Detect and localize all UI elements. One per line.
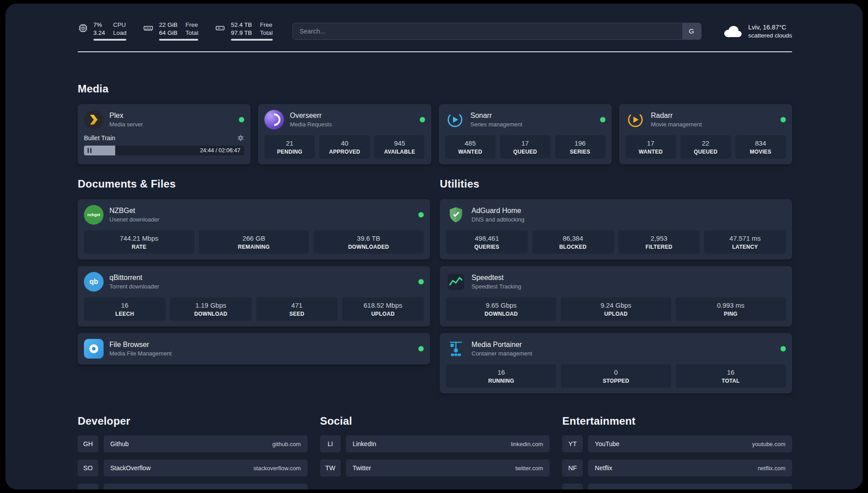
app-name: AdGuard Home bbox=[472, 207, 525, 215]
portainer-icon bbox=[446, 339, 466, 359]
adguard-card[interactable]: AdGuard Home DNS and adblocking 498,461 … bbox=[440, 199, 792, 259]
bookmark-abbr[interactable]: DT bbox=[78, 484, 98, 489]
nzbget-card[interactable]: nzbget NZBGet Usenet downloader 744.21 M… bbox=[78, 199, 430, 259]
system-metrics: 7% 3.24 CPU Load bbox=[78, 21, 273, 41]
stat-tile: 0 STOPPED bbox=[561, 364, 671, 388]
speedtest-card[interactable]: Speedtest Speedtest Tracking 9.65 Gbps D… bbox=[440, 266, 792, 326]
app-subtitle: Media File Management bbox=[109, 350, 171, 357]
stat-tile: 17 QUEUED bbox=[500, 135, 551, 159]
stat-tile: 618.52 Mbps UPLOAD bbox=[342, 297, 424, 321]
radarr-icon bbox=[626, 110, 645, 130]
app-subtitle: Movie management bbox=[651, 121, 702, 128]
ram-icon bbox=[142, 23, 154, 33]
status-dot bbox=[418, 346, 424, 351]
bookmark-link-stackoverflow[interactable]: StackOverflow stackoverflow.com bbox=[104, 460, 308, 476]
stat-tile: 39.6 TB DOWNLOADED bbox=[313, 230, 424, 254]
stat-tile: 9.24 Gbps UPLOAD bbox=[561, 297, 671, 321]
weather-condition: scattered clouds bbox=[748, 32, 792, 39]
bookmark-abbr[interactable]: GH bbox=[78, 435, 98, 452]
stat-tile: 47.571 ms LATENCY bbox=[704, 230, 786, 254]
stat-tile: 86,384 BLOCKED bbox=[532, 230, 614, 254]
stat-tile: 266 GB REMAINING bbox=[199, 230, 309, 254]
developer-bookmarks: Developer GH Github github.com SO StackO… bbox=[78, 415, 308, 489]
weather-location: Lviv, 16.87°C bbox=[748, 24, 792, 31]
ram-metric: 22 GiB 64 GiB Free Total bbox=[142, 21, 198, 41]
stat-tile: 16 RUNNING bbox=[446, 364, 556, 388]
stat-tile: 1.19 Gbps DOWNLOAD bbox=[170, 297, 252, 321]
entertainment-bookmarks: Entertainment YT YouTube youtube.com NF … bbox=[562, 415, 792, 489]
stat-tile: 471 SEED bbox=[256, 297, 338, 321]
filebrowser-icon bbox=[84, 339, 104, 359]
bookmark-row: TW Twitter twitter.com bbox=[320, 460, 550, 476]
status-dot bbox=[418, 279, 424, 284]
search-input[interactable] bbox=[292, 23, 701, 40]
portainer-card[interactable]: Media Portainer Container management 16 … bbox=[440, 333, 792, 393]
gear-icon[interactable] bbox=[237, 134, 244, 142]
app-subtitle: Container management bbox=[472, 350, 532, 357]
top-bar: 7% 3.24 CPU Load bbox=[78, 21, 792, 41]
ram-total-label: Total bbox=[186, 29, 199, 36]
ram-free-label: Free bbox=[186, 21, 199, 28]
app-name: Sonarr bbox=[471, 112, 522, 120]
bookmark-link-reddit[interactable]: Reddit reddit.com bbox=[588, 484, 792, 489]
dashboard-frame: 7% 3.24 CPU Load bbox=[5, 4, 863, 489]
bookmark-link-youtube[interactable]: YouTube youtube.com bbox=[588, 435, 792, 452]
status-dot bbox=[239, 117, 244, 122]
speedtest-icon bbox=[446, 272, 466, 292]
stat-tile: 744.21 Mbps RATE bbox=[84, 230, 194, 254]
app-name: qBittorrent bbox=[109, 274, 159, 282]
stat-tile: 0.993 ms PING bbox=[676, 297, 786, 321]
bookmark-row: RE Reddit reddit.com bbox=[562, 484, 792, 489]
cloud-icon bbox=[722, 24, 743, 38]
sonarr-card[interactable]: Sonarr Series management 485 WANTED 17 Q… bbox=[439, 104, 612, 164]
search-bar: G bbox=[292, 23, 701, 40]
bookmark-row: LI LinkedIn linkedin.com bbox=[320, 435, 550, 452]
app-name: File Browser bbox=[109, 341, 171, 349]
status-dot bbox=[600, 117, 605, 122]
plex-icon bbox=[84, 110, 104, 130]
app-subtitle: Usenet downloader bbox=[109, 216, 159, 223]
ram-total-value: 64 GiB bbox=[159, 29, 177, 36]
bookmark-abbr[interactable]: LI bbox=[320, 435, 341, 452]
bookmark-row: NF Netflix netflix.com bbox=[562, 460, 792, 476]
bookmark-abbr[interactable]: YT bbox=[562, 435, 583, 452]
search-provider-button[interactable]: G bbox=[682, 23, 701, 39]
app-subtitle: Media Requests bbox=[290, 121, 332, 128]
stat-tile: 21 PENDING bbox=[264, 135, 315, 159]
app-subtitle: Media server bbox=[109, 121, 143, 128]
bookmark-link-github[interactable]: Github github.com bbox=[104, 435, 308, 452]
section-title-documents: Documents & Files bbox=[78, 178, 430, 190]
ram-usage-bar bbox=[159, 39, 198, 41]
filebrowser-card[interactable]: File Browser Media File Management bbox=[78, 333, 430, 364]
app-subtitle: DNS and adblocking bbox=[472, 216, 525, 223]
bookmark-link-netflix[interactable]: Netflix netflix.com bbox=[588, 460, 792, 476]
cpu-load-value: 3.24 bbox=[93, 29, 105, 36]
overseerr-card[interactable]: Overseerr Media Requests 21 PENDING 40 A… bbox=[258, 104, 431, 164]
bookmark-abbr[interactable]: SO bbox=[78, 460, 98, 476]
bookmark-link-linkedin[interactable]: LinkedIn linkedin.com bbox=[346, 435, 550, 452]
app-name: Media Portainer bbox=[472, 341, 532, 349]
stat-tile: 2,953 FILTERED bbox=[618, 230, 700, 254]
disk-total-value: 97.9 TB bbox=[231, 29, 252, 36]
section-title-entertainment: Entertainment bbox=[562, 415, 792, 427]
pause-icon[interactable] bbox=[88, 148, 92, 153]
bookmark-row: GH Github github.com bbox=[78, 435, 308, 452]
stat-tile: 485 WANTED bbox=[445, 135, 496, 159]
bookmark-abbr[interactable]: RE bbox=[562, 484, 583, 489]
plex-card[interactable]: Plex Media server Bullet Train 24:44 bbox=[78, 104, 250, 164]
header-divider bbox=[78, 51, 792, 52]
cpu-load-label: Load bbox=[113, 29, 126, 36]
dashboard-content: 7% 3.24 CPU Load bbox=[5, 4, 863, 489]
qbittorrent-icon: qb bbox=[84, 272, 104, 292]
qbittorrent-card[interactable]: qb qBittorrent Torrent downloader 16 LEE… bbox=[78, 266, 430, 326]
playback-progress-bar[interactable]: 24:44 / 02:06:47 bbox=[84, 146, 244, 155]
radarr-card[interactable]: Radarr Movie management 17 WANTED 22 QUE… bbox=[619, 104, 792, 164]
bookmark-abbr[interactable]: NF bbox=[562, 460, 583, 476]
bookmark-abbr[interactable]: TW bbox=[320, 460, 341, 476]
bookmark-link-twitter[interactable]: Twitter twitter.com bbox=[346, 460, 550, 476]
section-title-utilities: Utilities bbox=[440, 178, 792, 190]
app-subtitle: Torrent downloader bbox=[109, 283, 159, 290]
bookmark-link-dev[interactable]: DEV dev.to bbox=[104, 484, 308, 489]
sonarr-icon bbox=[445, 110, 465, 130]
section-title-developer: Developer bbox=[78, 415, 308, 427]
